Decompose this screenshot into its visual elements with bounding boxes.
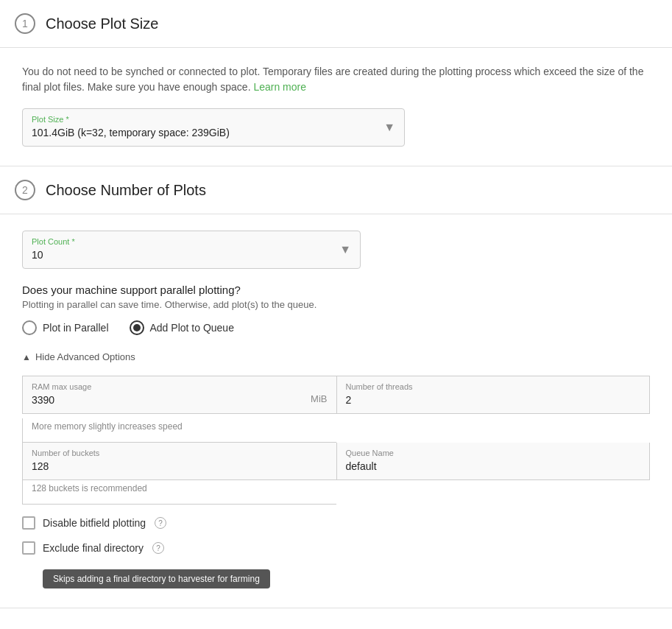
radio-plot-in-parallel[interactable]: Plot in Parallel: [22, 320, 109, 335]
buckets-hint-row: 128 buckets is recommended: [22, 480, 650, 505]
section2-header: 2 Choose Number of Plots: [0, 166, 672, 214]
radio-queue-label: Add Plot to Queue: [150, 322, 234, 334]
section1-body: You do not need to be synched or connect…: [0, 48, 672, 166]
disable-bitfield-checkbox[interactable]: [22, 516, 35, 530]
radio-queue-indicator: [130, 320, 144, 335]
advanced-row2: Number of buckets 128 Queue Name default: [22, 443, 650, 480]
plot-size-arrow-icon: ▼: [383, 121, 395, 134]
section-choose-number-of-plots: 2 Choose Number of Plots Plot Count * 10…: [0, 166, 672, 608]
queue-label: Queue Name: [346, 449, 641, 457]
section1-title: Choose Plot Size: [46, 15, 158, 32]
plot-size-dropdown[interactable]: Plot Size * 101.4GiB (k=32, temporary sp…: [22, 108, 405, 147]
buckets-hint: 128 buckets is recommended: [22, 480, 336, 505]
parallel-sub: Plotting in parallel can save time. Othe…: [22, 299, 650, 310]
section-choose-plot-size: 1 Choose Plot Size You do not need to be…: [0, 0, 672, 166]
plot-count-arrow-icon: ▼: [339, 243, 351, 256]
ram-hint-row: More memory slightly increases speed: [22, 418, 650, 443]
radio-parallel-label: Plot in Parallel: [43, 322, 109, 334]
advanced-row1: RAM max usage 3390 MiB Number of threads…: [22, 376, 650, 414]
exclude-final-help-icon[interactable]: ?: [152, 542, 164, 554]
exclude-final-tooltip: Skips adding a final directory to harves…: [43, 569, 270, 588]
radio-group: Plot in Parallel Add Plot to Queue: [22, 320, 650, 335]
queue-name-field[interactable]: Queue Name default: [336, 443, 651, 480]
plot-count-dropdown[interactable]: Plot Count * 10 ▼: [22, 231, 361, 269]
plot-size-label: Plot Size *: [32, 115, 395, 124]
learn-more-link[interactable]: Learn more: [253, 81, 306, 93]
parallel-question: Does your machine support parallel plott…: [22, 284, 650, 296]
threads-value: 2: [346, 394, 641, 406]
chevron-up-icon: ▲: [22, 352, 31, 362]
advanced-toggle-label: Hide Advanced Options: [35, 351, 135, 362]
ram-hint: More memory slightly increases speed: [22, 418, 336, 443]
ram-field[interactable]: RAM max usage 3390 MiB: [22, 376, 336, 414]
section1-info: You do not need to be synched or connect…: [22, 64, 650, 95]
plot-count-value: 10: [32, 249, 351, 261]
exclude-final-checkbox[interactable]: [22, 541, 35, 555]
exclude-final-row: Exclude final directory ?: [22, 541, 650, 555]
buckets-value: 128: [32, 460, 328, 472]
section2-title: Choose Number of Plots: [46, 182, 206, 199]
radio-parallel-indicator: [22, 320, 37, 335]
disable-bitfield-row: Disable bitfield plotting ?: [22, 516, 650, 530]
ram-value: 3390: [32, 394, 91, 406]
radio-add-plot-to-queue[interactable]: Add Plot to Queue: [130, 320, 234, 335]
section2-body: Plot Count * 10 ▼ Does your machine supp…: [0, 214, 672, 608]
advanced-options-toggle[interactable]: ▲ Hide Advanced Options: [22, 351, 650, 362]
step2-circle: 2: [15, 180, 35, 200]
ram-unit: MiB: [311, 393, 327, 406]
queue-value: default: [346, 460, 641, 472]
ram-label: RAM max usage: [32, 382, 91, 391]
threads-label: Number of threads: [346, 382, 641, 391]
advanced-options-panel: RAM max usage 3390 MiB Number of threads…: [22, 376, 650, 588]
threads-field[interactable]: Number of threads 2: [336, 376, 651, 414]
section1-header: 1 Choose Plot Size: [0, 0, 672, 48]
plot-count-label: Plot Count *: [32, 237, 351, 246]
radio-queue-dot: [133, 324, 141, 331]
buckets-label: Number of buckets: [32, 449, 328, 457]
step1-circle: 1: [15, 13, 35, 34]
plot-size-value: 101.4GiB (k=32, temporary space: 239GiB): [32, 127, 395, 138]
exclude-final-label: Exclude final directory: [43, 542, 144, 554]
buckets-field[interactable]: Number of buckets 128: [22, 443, 336, 480]
disable-bitfield-help-icon[interactable]: ?: [155, 517, 166, 529]
disable-bitfield-label: Disable bitfield plotting: [43, 517, 146, 529]
